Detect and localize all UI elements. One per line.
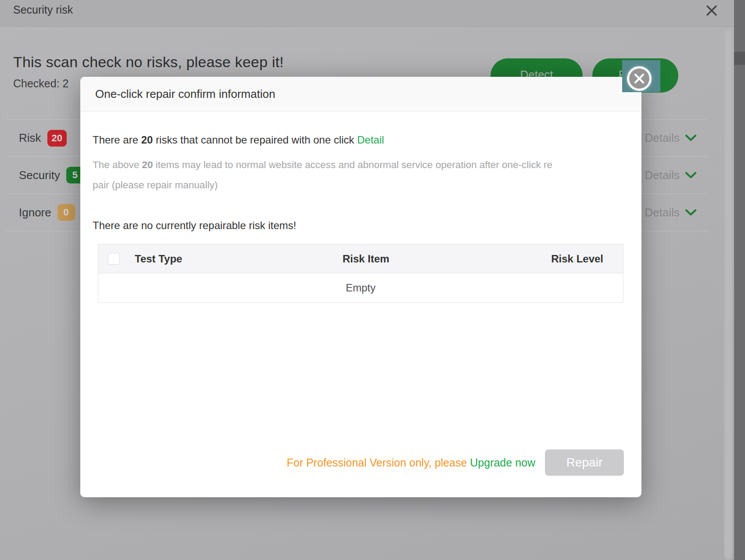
dialog-footer: For Professional Version only, please Up… [287,449,624,476]
repair-warning-note: The above 20 items may lead to normal we… [93,155,630,195]
chevron-down-icon [685,209,697,216]
chevron-down-icon [685,172,697,179]
risk-items-table: Test Type Risk Item Risk Level Empty [98,244,623,303]
column-header-risk-item: Risk Item [287,253,445,265]
scan-result-heading: This scan check no risks, please keep it… [13,54,284,71]
note-count: 20 [142,159,153,170]
details-label: Details [645,206,680,219]
checked-timestamp: Checked: 2 [13,77,68,90]
risk-row-label: Risk [19,131,41,145]
repair-disabled-button[interactable]: Repair [545,449,624,476]
note-rest: items may lead to normal website access … [153,159,552,170]
close-icon [634,73,645,84]
details-label: Details [645,169,680,182]
detail-link[interactable]: Detail [357,134,384,146]
dialog-header: One-click repair confirm information [80,77,641,112]
summary-suffix: risks that cannot be repaired with one c… [153,134,357,146]
note-prefix: The above [93,159,142,170]
ignore-details-link[interactable]: Details [645,206,697,219]
summary-prefix: There are [93,134,141,146]
close-icon [705,4,718,17]
risk-details-link[interactable]: Details [645,131,697,145]
risk-count-badge: 20 [47,130,67,147]
window-edge-block [734,52,745,65]
window-edge-strip [734,0,745,560]
table-header-row: Test Type Risk Item Risk Level [98,244,623,273]
chevron-down-icon [685,134,697,142]
column-header-risk-level: Risk Level [445,253,623,265]
repair-confirm-dialog: One-click repair confirm information The… [80,77,641,497]
dialog-close-button[interactable] [627,66,652,91]
ignore-count-badge: 0 [57,204,75,221]
ignore-row-label: Ignore [19,206,51,219]
panel-close-button[interactable] [704,3,719,18]
pro-version-notice: For Professional Version only, please [287,456,470,469]
details-label: Details [645,131,680,145]
security-row-label: Security [19,169,60,182]
panel-title: Security risk [13,4,73,16]
column-header-test-type: Test Type [135,253,182,265]
summary-count: 20 [141,134,153,146]
screen: Security risk This scan check no risks, … [0,0,745,560]
dialog-title: One-click repair confirm information [95,87,275,101]
security-details-link[interactable]: Details [645,169,697,182]
table-empty-row: Empty [98,273,623,302]
select-all-checkbox[interactable] [108,253,120,265]
upgrade-now-link[interactable]: Upgrade now [470,456,535,469]
note-line2: pair (please repair manually) [93,175,630,195]
panel-titlebar: Security risk [0,0,734,27]
no-repairable-heading: There are no currently repairable risk i… [93,219,296,232]
unrepairable-summary: There are 20 risks that cannot be repair… [93,134,384,146]
vertical-scrollbar[interactable] [724,29,733,560]
